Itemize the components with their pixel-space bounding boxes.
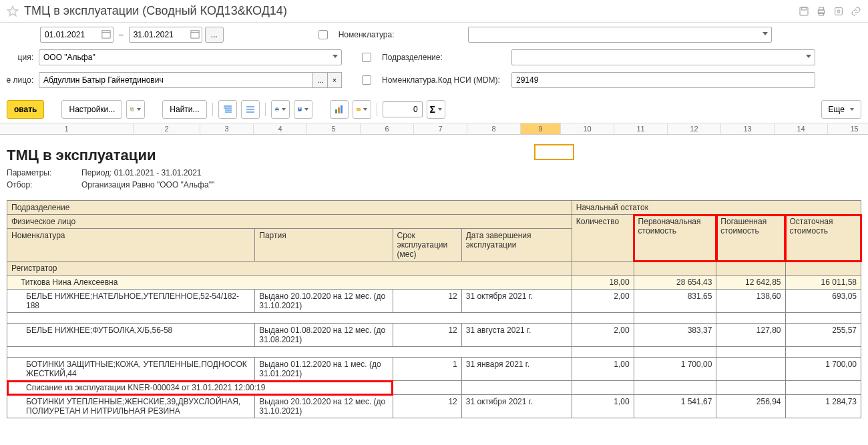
find-button[interactable]: Найти... [162, 100, 206, 119]
save-icon[interactable] [799, 6, 809, 17]
ruler-col: 3 [200, 123, 254, 134]
item-end: 31 января 2021 г. [461, 358, 572, 381]
cell-amort: 138,60 [716, 290, 785, 313]
item-name: БОТИНКИ ЗАЩИТНЫЕ;КОЖА, УТЕПЛЕННЫЕ,ПОДНОС… [7, 358, 255, 381]
item-batch: Выдано 01.08.2020 на 12 мес. (до 31.08.2… [255, 324, 393, 347]
save-button[interactable] [294, 100, 312, 119]
column-ruler: 123456789101112131415 [0, 123, 868, 135]
email-button[interactable] [353, 100, 371, 119]
ruler-col: 1 [0, 123, 134, 134]
page-title: ТМЦ в эксплуатации (Сводный КОД13&КОД14) [24, 4, 287, 18]
ruler-col: 8 [467, 123, 521, 134]
mdm-checkbox[interactable] [362, 75, 371, 85]
svg-rect-13 [132, 109, 134, 111]
cell-qty: 1,00 [572, 395, 634, 418]
hdr-registrar: Регистратор [7, 262, 572, 276]
org-combo[interactable] [39, 49, 342, 65]
settings-button[interactable]: Настройки... [61, 100, 122, 119]
params-label: Параметры: [7, 168, 73, 177]
item-end: 31 октября 2021 г. [461, 290, 572, 313]
expand-all-button[interactable] [218, 100, 237, 119]
svg-rect-22 [276, 108, 278, 109]
svg-rect-2 [802, 7, 807, 10]
cell-resid: 1 700,00 [785, 358, 861, 381]
person-select-button[interactable]: ... [312, 72, 327, 88]
settings-variants-icon [130, 104, 134, 115]
mdm-label: Номенклатура.Код НСИ (MDM): [379, 75, 506, 85]
mdm-input[interactable] [511, 72, 815, 88]
subdivision-combo[interactable] [511, 49, 815, 65]
date-range-picker-button[interactable]: ... [205, 27, 224, 43]
svg-rect-26 [335, 109, 337, 113]
hdr-opening: Начальный остаток [572, 201, 861, 215]
link-icon[interactable] [851, 6, 861, 17]
ruler-col: 13 [721, 123, 775, 134]
ruler-col: 6 [361, 123, 414, 134]
chevron-down-icon [304, 108, 308, 111]
print-icon[interactable] [816, 6, 827, 17]
ruler-col: 5 [307, 123, 361, 134]
params-value: Период: 01.01.2021 - 31.01.2021 [81, 168, 202, 177]
date-from-input[interactable] [40, 27, 114, 43]
cell-qty: 2,00 [572, 324, 634, 347]
svg-rect-4 [819, 7, 824, 10]
item-batch: Выдано 20.10.2020 на 12 мес. (до 31.10.2… [255, 290, 393, 313]
registrar-row: Списание из эксплуатации KNER-000034 от … [7, 381, 393, 395]
svg-marker-0 [8, 6, 18, 15]
generate-button[interactable]: овать [7, 100, 44, 119]
hdr-batch: Партия [255, 229, 393, 262]
chevron-down-icon [763, 32, 768, 35]
item-life: 12 [393, 395, 461, 418]
person-label: е лицо: [0, 75, 33, 85]
chevron-down-icon [137, 108, 141, 111]
settings-menu-button[interactable] [126, 100, 145, 119]
expand-icon [222, 104, 233, 115]
spin-input[interactable] [383, 101, 423, 117]
cell-resid: 255,57 [785, 324, 861, 347]
cell-qty: 18,00 [572, 276, 634, 290]
svg-rect-6 [835, 7, 843, 15]
person-input[interactable] [39, 72, 312, 88]
nomenclature-label: Номенклатура: [336, 30, 463, 39]
nomenclature-checkbox[interactable] [318, 30, 328, 39]
hdr-end: Дата завершения эксплуатации [461, 229, 572, 262]
filter-value: Организация Равно "ООО "Альфа"" [81, 180, 214, 189]
ruler-col: 4 [254, 123, 307, 134]
selected-cell[interactable] [534, 144, 574, 160]
cell-orig: 383,37 [634, 324, 716, 347]
ruler-col: 15 [828, 123, 868, 134]
separator [265, 103, 266, 116]
favorite-star-icon[interactable] [7, 5, 19, 17]
filter-label: Отбор: [7, 180, 73, 189]
item-end: 31 августа 2021 г. [461, 324, 572, 347]
sigma-icon: Σ [429, 104, 435, 115]
item-end: 31 октября 2021 г. [461, 395, 572, 418]
ruler-col: 14 [775, 123, 828, 134]
svg-rect-27 [338, 107, 340, 113]
subdivision-checkbox[interactable] [362, 53, 371, 62]
sum-button[interactable]: Σ [427, 100, 445, 119]
ruler-col: 10 [561, 123, 614, 134]
svg-rect-28 [341, 105, 343, 113]
person-clear-button[interactable]: × [327, 72, 342, 88]
nomenclature-combo[interactable] [468, 27, 772, 43]
collapse-all-button[interactable] [241, 100, 260, 119]
date-dash: – [116, 30, 126, 39]
cell-amort: 127,80 [716, 324, 785, 347]
org-label: ция: [0, 53, 33, 62]
cell-amort: 12 642,85 [716, 276, 785, 290]
item-batch: Выдано 01.12.2020 на 1 мес. (до 31.01.20… [255, 358, 393, 381]
ruler-col: 7 [414, 123, 467, 134]
print-icon [275, 104, 279, 115]
chart-button[interactable] [330, 100, 349, 119]
more-button[interactable]: Еще [821, 100, 861, 119]
chevron-down-icon [363, 108, 367, 111]
email-icon [357, 104, 361, 115]
chart-icon [334, 104, 345, 115]
hdr-person: Физическое лицо [7, 215, 572, 229]
ruler-col: 12 [668, 123, 721, 134]
chevron-down-icon [333, 55, 338, 58]
print-button[interactable] [271, 100, 290, 119]
date-to-input[interactable] [129, 27, 202, 43]
preview-icon[interactable] [833, 6, 844, 17]
